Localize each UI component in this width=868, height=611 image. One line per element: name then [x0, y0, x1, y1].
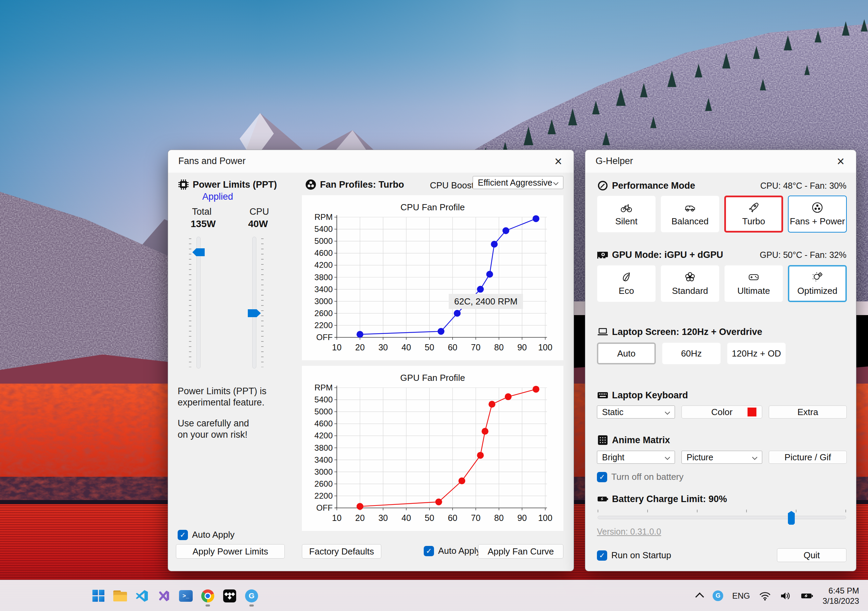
clock[interactable]: 6:45 PM 3/18/2023 — [823, 586, 859, 606]
svg-text:50: 50 — [425, 342, 434, 352]
cpu-temp-status: CPU: 48°C - Fan: 30% — [760, 181, 846, 191]
bicycle-icon — [620, 202, 632, 213]
battery-limit-heading: Battery Charge Limit: 90% — [597, 493, 727, 505]
gauge-icon — [597, 180, 609, 191]
fan-profiles-heading: Fan Profiles: Turbo — [305, 179, 404, 190]
matrix-brightness-value: Bright — [602, 452, 624, 462]
start-button[interactable] — [91, 585, 106, 607]
battery-slider-track[interactable] — [598, 516, 846, 519]
language-indicator[interactable]: ENG — [732, 591, 750, 601]
tray-chevron-up-icon[interactable] — [696, 592, 704, 601]
visual-studio-icon — [157, 589, 170, 602]
cpu-slider-track[interactable] — [252, 237, 256, 368]
ghelper-titlebar[interactable]: G-Helper × — [585, 150, 856, 173]
svg-text:70: 70 — [471, 513, 480, 522]
gpu-standard-button[interactable]: Standard — [660, 265, 719, 302]
powershell-button[interactable]: >_ — [178, 585, 194, 607]
g-helper-button[interactable]: G — [244, 585, 259, 607]
chevron-down-icon — [752, 452, 758, 462]
mode-balanced-button[interactable]: Balanced — [660, 196, 719, 233]
matrix-mode-dropdown[interactable]: Picture — [682, 451, 762, 464]
tidal-button[interactable] — [222, 585, 237, 607]
gpu-eco-button[interactable]: Eco — [597, 265, 656, 302]
gpu-temp-status: GPU: 50°C - Fan: 32% — [760, 250, 846, 260]
gpu-fan-curve-chart[interactable]: OFF220026003000340038004200460050005400R… — [302, 366, 563, 531]
vs-code-button[interactable] — [135, 585, 150, 607]
volume-icon[interactable] — [780, 591, 792, 601]
keyboard-extra-button[interactable]: Extra — [769, 406, 847, 418]
fan-auto-apply-checkbox[interactable] — [424, 546, 434, 556]
battery-slider-thumb[interactable] — [788, 511, 795, 525]
fans-and-power-window: Fans and Power × Power Limits (PPT) Appl… — [168, 150, 574, 571]
gpu-mode-heading: GPU Mode: iGPU + dGPU — [597, 249, 723, 261]
cpu-slider-thumb[interactable] — [248, 309, 261, 317]
matrix-picture-gif-button[interactable]: Picture / Gif — [769, 451, 847, 464]
power-auto-apply-label: Auto Apply — [192, 530, 234, 540]
turn-off-on-battery-checkbox[interactable] — [597, 472, 607, 482]
running-indicator — [206, 605, 210, 606]
svg-text:5000: 5000 — [315, 236, 333, 246]
gpu-ultimate-button[interactable]: Ultimate — [724, 265, 783, 302]
apply-power-limits-button[interactable]: Apply Power Limits — [176, 544, 285, 558]
power-auto-apply-checkbox[interactable] — [178, 530, 188, 540]
battery-icon — [597, 493, 609, 505]
ghelper-window-title: G-Helper — [595, 156, 633, 166]
windows-start-icon — [92, 590, 104, 602]
svg-text:40: 40 — [401, 513, 411, 522]
power-limits-title: Power Limits (PPT) — [193, 179, 277, 190]
svg-text:80: 80 — [494, 513, 504, 522]
battery-icon[interactable] — [801, 591, 814, 600]
fan-curve-tooltip: 62C, 2400 RPM — [449, 294, 523, 309]
total-slider-thumb[interactable] — [192, 248, 205, 256]
keyboard-color-button[interactable]: Color — [682, 406, 762, 418]
quit-button[interactable]: Quit — [777, 548, 846, 562]
keyboard-mode-dropdown[interactable]: Static — [597, 406, 675, 418]
screen-auto-button[interactable]: Auto — [597, 342, 656, 364]
svg-text:80: 80 — [494, 342, 504, 352]
cpu-boost-dropdown[interactable]: Efficient Aggressive — [473, 176, 563, 189]
fans-titlebar[interactable]: Fans and Power × — [168, 150, 574, 173]
cpu-fan-curve-chart[interactable]: 62C, 2400 RPM OFF22002600300034003800420… — [302, 195, 563, 360]
svg-text:RPM: RPM — [315, 383, 333, 392]
g-helper-tray-icon[interactable]: G — [713, 591, 723, 601]
screen: Fans and Power × Power Limits (PPT) Appl… — [0, 0, 868, 611]
color-swatch — [747, 407, 756, 417]
tidal-icon — [223, 589, 236, 602]
taskbar-icons: >_ G — [91, 580, 259, 611]
gpu-optimized-button[interactable]: Optimized — [788, 265, 847, 302]
screen-120hz-od-button[interactable]: 120Hz + OD — [727, 342, 786, 364]
svg-text:4200: 4200 — [315, 260, 333, 269]
car-icon — [684, 202, 696, 213]
risk-note: Use carefully and on your own risk! — [178, 418, 249, 440]
matrix-controls: Bright Picture Picture / Gif — [597, 451, 847, 464]
keyboard-icon — [597, 389, 609, 401]
run-on-startup-label: Run on Startup — [611, 550, 671, 561]
chrome-button[interactable] — [200, 585, 215, 607]
mode-fans-power-button[interactable]: Fans + Power — [788, 196, 847, 233]
close-icon[interactable]: × — [833, 154, 848, 169]
mode-silent-button[interactable]: Silent — [597, 196, 656, 233]
visual-studio-button[interactable] — [157, 585, 172, 607]
flower-icon — [684, 271, 696, 283]
svg-text:3000: 3000 — [315, 297, 333, 306]
total-slider-track[interactable] — [197, 237, 201, 368]
version-link[interactable]: Version: 0.31.0.0 — [597, 527, 661, 537]
fan-auto-apply-row: Auto Apply — [424, 546, 480, 556]
run-on-startup-checkbox[interactable] — [597, 550, 607, 561]
matrix-brightness-dropdown[interactable]: Bright — [597, 451, 675, 464]
svg-text:10: 10 — [332, 342, 342, 352]
screen-60hz-button[interactable]: 60Hz — [662, 342, 721, 364]
factory-defaults-button[interactable]: Factory Defaults — [302, 544, 381, 558]
gamepad-icon — [748, 271, 760, 283]
mode-turbo-button[interactable]: Turbo — [724, 196, 783, 233]
powershell-icon: >_ — [179, 590, 193, 602]
close-icon[interactable]: × — [550, 154, 566, 169]
keyboard-mode-value: Static — [602, 407, 624, 417]
svg-text:20: 20 — [355, 513, 365, 522]
wifi-icon[interactable] — [759, 591, 771, 601]
power-limits-heading: Power Limits (PPT) — [178, 179, 277, 190]
svg-text:3400: 3400 — [315, 285, 333, 294]
apply-fan-curve-button[interactable]: Apply Fan Curve — [478, 544, 563, 558]
svg-text:3800: 3800 — [315, 443, 333, 452]
file-explorer-button[interactable] — [113, 585, 128, 607]
